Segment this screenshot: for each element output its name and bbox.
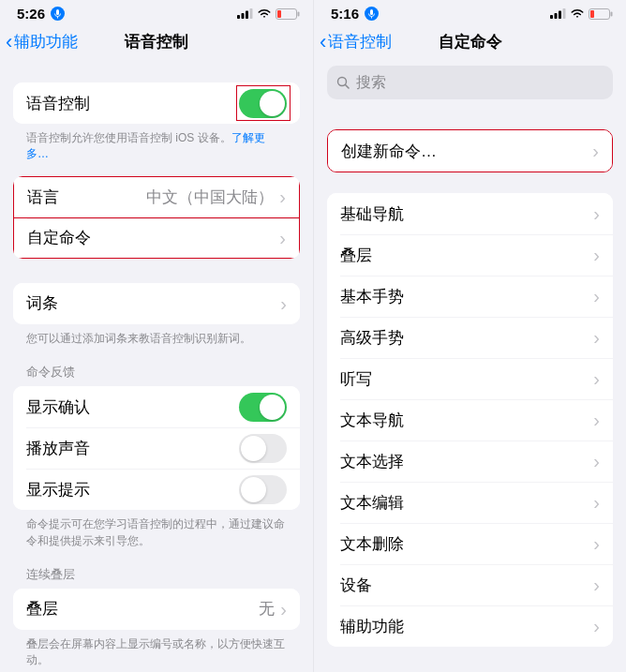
show-hints-row[interactable]: 显示提示 [13, 469, 300, 510]
cellular-icon [237, 8, 253, 19]
status-time: 5:26 [17, 6, 45, 22]
category-row[interactable]: 基本手势› [327, 276, 613, 317]
wifi-icon [257, 8, 272, 19]
hints-footer: 命令提示可在您学习语音控制的过程中，通过建议命令和提供提示来引导您。 [0, 510, 313, 549]
svg-line-17 [346, 84, 350, 88]
category-row[interactable]: 文本选择› [327, 441, 613, 482]
battery-icon [589, 8, 613, 20]
play-sound-row[interactable]: 播放声音 [13, 427, 300, 469]
category-label: 文本编辑 [340, 492, 593, 514]
cellular-icon [550, 8, 566, 19]
chevron-right-icon: › [279, 187, 286, 206]
chevron-right-icon: › [280, 600, 287, 619]
category-label: 文本导航 [340, 410, 593, 431]
chevron-right-icon: › [593, 246, 600, 264]
svg-rect-11 [559, 11, 561, 20]
nav-bar: ‹ 语音控制 自定命令 [314, 23, 626, 62]
chevron-right-icon: › [280, 294, 287, 313]
show-hints-toggle[interactable] [239, 475, 287, 504]
screen-voice-control: 5:26 ‹ 辅助功能 语音控制 语音控制 [0, 0, 313, 672]
back-label: 语音控制 [328, 31, 392, 52]
vocabulary-row[interactable]: 词条 › [13, 283, 300, 324]
category-row[interactable]: 设备› [327, 564, 613, 605]
chevron-right-icon: › [593, 287, 600, 306]
show-confirmation-row[interactable]: 显示确认 [13, 386, 300, 427]
status-bar: 5:16 [314, 0, 626, 23]
svg-rect-0 [56, 9, 59, 15]
language-label: 语言 [27, 187, 146, 208]
status-time: 5:16 [331, 6, 359, 22]
search-icon [336, 76, 350, 90]
category-label: 听写 [340, 368, 593, 390]
categories-group: 基础导航›叠层›基本手势›高级手势›听写›文本导航›文本选择›文本编辑›文本删除… [327, 193, 613, 647]
svg-rect-1 [237, 15, 240, 19]
nav-bar: ‹ 辅助功能 语音控制 [0, 23, 313, 62]
commands-content[interactable]: 搜索 创建新命令… › 基础导航›叠层›基本手势›高级手势›听写›文本导航›文本… [314, 62, 626, 672]
overlay-footer: 叠层会在屏幕内容上显示编号或名称，以方便快速互动。 [0, 630, 313, 669]
settings-content[interactable]: 语音控制 语音控制允许您使用语音控制 iOS 设备。了解更多… 语言 中文（中国… [0, 62, 313, 672]
screen-custom-commands: 5:16 ‹ 语音控制 自定命令 [313, 0, 626, 672]
language-value: 中文（中国大陆） [146, 187, 274, 208]
chevron-right-icon: › [593, 204, 600, 223]
category-label: 叠层 [340, 245, 593, 266]
chevron-right-icon: › [279, 229, 286, 247]
voice-control-footer: 语音控制允许您使用语音控制 iOS 设备。了解更多… [0, 124, 313, 163]
show-confirmation-toggle[interactable] [239, 393, 287, 422]
chevron-right-icon: › [593, 493, 600, 512]
search-placeholder: 搜索 [356, 73, 386, 93]
language-row[interactable]: 语言 中文（中国大陆） › [13, 176, 300, 217]
create-new-command-row[interactable]: 创建新命令… › [328, 130, 612, 172]
category-label: 文本选择 [340, 451, 593, 472]
category-row[interactable]: 听写› [327, 358, 613, 399]
category-label: 设备 [340, 575, 593, 596]
back-button[interactable]: ‹ 语音控制 [320, 31, 392, 52]
chevron-right-icon: › [592, 142, 599, 160]
category-row[interactable]: 文本删除› [327, 523, 613, 564]
chevron-right-icon: › [593, 452, 600, 470]
feedback-header: 命令反馈 [0, 347, 313, 386]
mic-icon [365, 7, 379, 21]
svg-rect-12 [563, 8, 566, 19]
chevron-left-icon: ‹ [6, 32, 12, 52]
category-label: 文本删除 [340, 533, 593, 555]
voice-control-label: 语音控制 [26, 93, 239, 114]
chevron-right-icon: › [593, 411, 600, 429]
custom-commands-label: 自定命令 [27, 227, 279, 248]
chevron-right-icon: › [593, 369, 600, 388]
chevron-right-icon: › [593, 534, 600, 553]
category-label: 高级手势 [340, 327, 593, 349]
category-row[interactable]: 文本编辑› [327, 482, 613, 523]
category-label: 辅助功能 [340, 616, 593, 637]
category-row[interactable]: 辅助功能› [327, 605, 613, 647]
voice-control-row[interactable]: 语音控制 [13, 82, 300, 124]
search-input[interactable]: 搜索 [327, 66, 613, 99]
category-row[interactable]: 基础导航› [327, 193, 613, 234]
category-label: 基础导航 [340, 203, 593, 225]
back-label: 辅助功能 [14, 31, 78, 52]
svg-rect-15 [611, 11, 613, 16]
custom-commands-row[interactable]: 自定命令 › [13, 217, 300, 259]
category-label: 基本手势 [340, 286, 593, 307]
play-sound-toggle[interactable] [239, 434, 287, 463]
battery-icon [276, 8, 300, 20]
category-row[interactable]: 文本导航› [327, 399, 613, 441]
status-bar: 5:26 [0, 0, 313, 23]
overlay-row[interactable]: 叠层 无 › [13, 589, 300, 630]
category-row[interactable]: 高级手势› [327, 317, 613, 358]
svg-rect-14 [590, 10, 594, 18]
voice-control-toggle[interactable] [239, 89, 287, 118]
wifi-icon [570, 8, 585, 19]
vocabulary-footer: 您可以通过添加词条来教语音控制识别新词。 [0, 324, 313, 347]
svg-rect-8 [370, 9, 373, 15]
svg-rect-3 [246, 11, 248, 20]
svg-rect-6 [277, 10, 281, 18]
svg-rect-7 [298, 11, 300, 16]
chevron-right-icon: › [593, 617, 600, 635]
chevron-left-icon: ‹ [320, 32, 326, 52]
mic-icon [51, 7, 65, 21]
chevron-right-icon: › [593, 575, 600, 594]
svg-rect-9 [550, 15, 553, 19]
create-command-group: 创建新命令… › [327, 129, 613, 172]
category-row[interactable]: 叠层› [327, 234, 613, 276]
back-button[interactable]: ‹ 辅助功能 [6, 31, 78, 52]
